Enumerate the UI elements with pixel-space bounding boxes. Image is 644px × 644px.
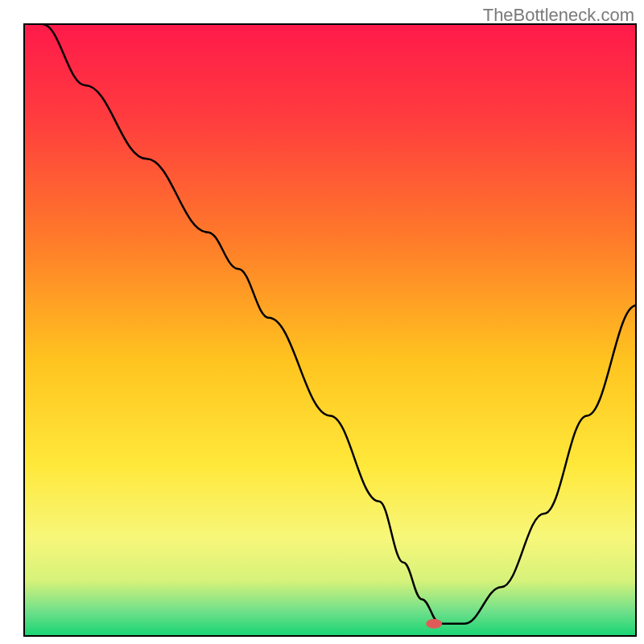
- plot-background: [24, 24, 636, 636]
- chart-container: TheBottleneck.com: [0, 0, 644, 644]
- bottleneck-chart: [0, 0, 644, 644]
- watermark-text: TheBottleneck.com: [483, 5, 634, 26]
- optimal-marker: [426, 619, 442, 629]
